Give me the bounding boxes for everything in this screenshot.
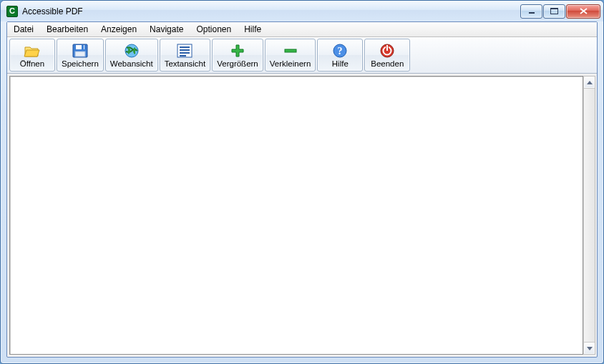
menu-label: Navigate <box>150 24 183 34</box>
svg-text:?: ? <box>338 46 343 56</box>
menu-navigate[interactable]: Navigate <box>143 22 190 36</box>
tool-label: Textansicht <box>165 59 206 68</box>
menu-datei[interactable]: Datei <box>7 22 40 36</box>
menu-label: Anzeigen <box>101 24 137 34</box>
help-button[interactable]: ? Hilfe <box>317 39 363 72</box>
tool-label: Verkleinern <box>270 59 311 68</box>
minimize-button[interactable] <box>520 4 542 19</box>
svg-rect-2 <box>550 8 558 9</box>
app-window: C Accessible PDF Datei Bearbeiten Anzeig… <box>0 0 604 364</box>
scroll-track[interactable] <box>584 89 595 342</box>
menu-optionen[interactable]: Optionen <box>190 22 238 36</box>
close-button[interactable] <box>566 4 600 19</box>
text-view-icon <box>176 43 193 59</box>
tool-label: Webansicht <box>110 59 153 68</box>
tool-label: Speichern <box>62 59 99 68</box>
svg-rect-6 <box>75 51 85 56</box>
save-button[interactable]: Speichern <box>57 39 104 72</box>
menu-hilfe[interactable]: Hilfe <box>238 22 268 36</box>
help-icon: ? <box>331 43 349 59</box>
chevron-up-icon <box>587 81 593 84</box>
maximize-button[interactable] <box>543 4 565 19</box>
svg-rect-13 <box>285 49 296 52</box>
titlebar[interactable]: C Accessible PDF <box>1 1 603 21</box>
content-wrap <box>7 74 597 357</box>
globe-icon <box>123 43 140 59</box>
open-button[interactable]: Öffnen <box>9 39 55 72</box>
menubar: Datei Bearbeiten Anzeigen Navigate Optio… <box>7 22 597 37</box>
menu-label: Optionen <box>196 24 231 34</box>
scroll-down-button[interactable] <box>584 342 595 354</box>
document-area[interactable] <box>9 76 583 355</box>
app-icon: C <box>6 6 18 17</box>
window-title: Accessible PDF <box>22 6 83 16</box>
tool-label: Öffnen <box>20 59 44 68</box>
menu-label: Hilfe <box>244 24 261 34</box>
plus-icon <box>229 43 246 59</box>
save-icon <box>72 43 89 59</box>
tool-label: Vergrößern <box>217 59 258 68</box>
tool-label: Hilfe <box>332 59 349 68</box>
svg-rect-20 <box>386 45 388 50</box>
webview-button[interactable]: Webansicht <box>105 39 158 72</box>
minimize-icon <box>528 9 535 14</box>
client-area: Datei Bearbeiten Anzeigen Navigate Optio… <box>6 21 598 358</box>
zoom-in-button[interactable]: Vergrößern <box>212 39 263 72</box>
maximize-icon <box>550 8 558 14</box>
toolbar: Öffnen Speichern Webansicht Textansicht <box>7 37 597 74</box>
power-icon <box>379 43 396 59</box>
vertical-scrollbar[interactable] <box>583 76 595 355</box>
svg-rect-0 <box>529 12 535 14</box>
menu-label: Datei <box>14 24 34 34</box>
exit-button[interactable]: Beenden <box>364 39 410 72</box>
tool-label: Beenden <box>371 59 404 68</box>
zoom-out-button[interactable]: Verkleinern <box>265 39 316 72</box>
window-controls <box>520 4 602 19</box>
menu-anzeigen[interactable]: Anzeigen <box>94 22 143 36</box>
chevron-down-icon <box>587 347 593 350</box>
scroll-up-button[interactable] <box>584 77 595 89</box>
menu-label: Bearbeiten <box>47 24 88 34</box>
menu-bearbeiten[interactable]: Bearbeiten <box>40 22 94 36</box>
svg-rect-5 <box>82 45 84 49</box>
close-icon <box>580 8 588 14</box>
folder-open-icon <box>24 43 41 59</box>
textview-button[interactable]: Textansicht <box>160 39 211 72</box>
minus-icon <box>282 43 299 59</box>
